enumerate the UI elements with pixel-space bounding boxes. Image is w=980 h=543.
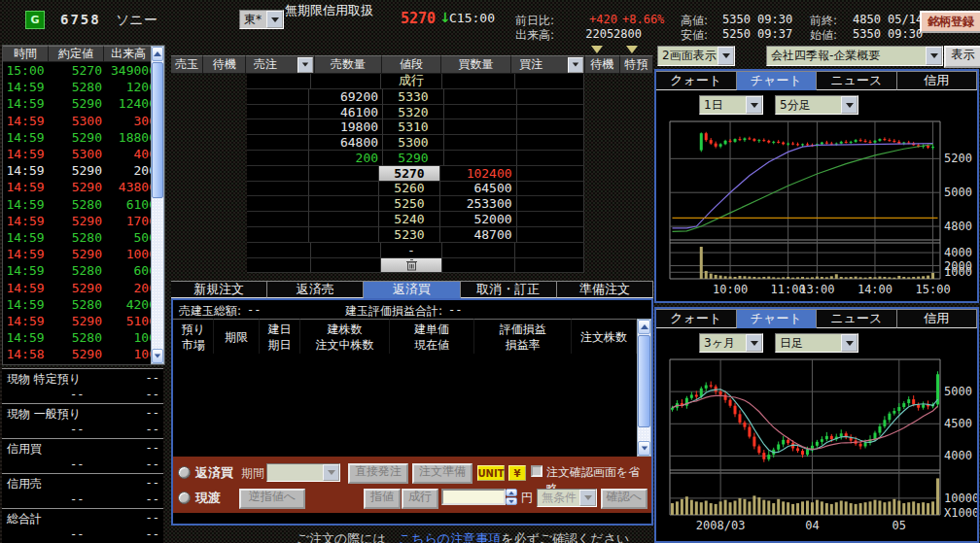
position-scrollbar[interactable] <box>637 319 651 457</box>
board-price-cell[interactable]: 5300 <box>383 135 444 151</box>
caution-link[interactable]: こちらの注意事項 <box>399 531 501 543</box>
board-cell[interactable] <box>517 212 585 227</box>
board-buy-qty[interactable]: 48700 <box>440 227 517 243</box>
board-cell[interactable] <box>311 243 381 258</box>
board-sell-qty[interactable]: 200 <box>309 151 383 166</box>
chart-tab-クォート[interactable]: クォート <box>656 71 737 90</box>
scroll-up-button[interactable] <box>152 47 163 61</box>
board-cell[interactable] <box>517 196 585 212</box>
board-cell[interactable] <box>309 227 379 243</box>
chevron-down-icon[interactable] <box>266 11 283 28</box>
order-tab-新規注文[interactable]: 新規注文 <box>171 281 267 298</box>
chart-tab-信用[interactable]: 信用 <box>897 309 978 328</box>
board-price-cell[interactable]: 5330 <box>383 89 444 105</box>
board-cell[interactable] <box>247 227 310 243</box>
board-cell[interactable] <box>517 182 585 197</box>
board-cell[interactable] <box>517 135 585 151</box>
order-tab-準備注文[interactable]: 準備注文 <box>557 281 653 298</box>
chart-tab-ニュース[interactable]: ニュース <box>817 309 897 328</box>
board-sell-qty[interactable]: 64800 <box>309 135 383 151</box>
board-cell[interactable] <box>247 258 310 274</box>
chart-tab-チャート[interactable]: チャート <box>737 309 818 328</box>
board-price-cell[interactable]: 5310 <box>383 119 444 135</box>
screen-mode-select[interactable]: 2画面表示 <box>657 46 735 66</box>
board-cell[interactable] <box>442 258 515 274</box>
condition-select[interactable]: 無条件 <box>537 489 597 507</box>
chevron-down-icon[interactable] <box>841 96 858 114</box>
board-cell[interactable] <box>247 212 310 227</box>
board-price-cell[interactable]: 5320 <box>383 105 444 120</box>
direct-order-button[interactable]: 直接発注 <box>348 463 408 484</box>
board-cell[interactable] <box>311 74 381 89</box>
price-input[interactable] <box>441 489 506 505</box>
chart-tab-信用[interactable]: 信用 <box>897 71 978 90</box>
chevron-down-icon[interactable] <box>746 96 762 114</box>
board-cell[interactable] <box>309 212 379 227</box>
board-buy-qty[interactable]: 64500 <box>440 182 517 197</box>
chevron-down-icon[interactable] <box>926 47 942 65</box>
scroll-down-button[interactable] <box>638 441 650 456</box>
order-prepare-button[interactable]: 注文準備 <box>412 463 472 484</box>
chart-tab-ニュース[interactable]: ニュース <box>817 71 897 90</box>
confirm-button[interactable]: 確認へ <box>601 489 648 509</box>
board-cell[interactable] <box>247 89 310 105</box>
chart-period-select[interactable]: 1日 <box>699 95 763 115</box>
board-price-cell[interactable]: 5250 <box>379 196 440 212</box>
board-cell[interactable] <box>517 227 585 243</box>
board-cell[interactable] <box>247 119 310 135</box>
up-arrow-icon[interactable] <box>506 489 517 496</box>
scroll-up-button[interactable] <box>638 320 650 334</box>
skip-confirm-checkbox[interactable] <box>531 465 542 477</box>
chevron-down-icon[interactable] <box>568 57 583 73</box>
chevron-down-icon[interactable] <box>298 57 313 73</box>
board-cell[interactable] <box>247 166 310 182</box>
order-tab-返済買[interactable]: 返済買 <box>364 281 460 298</box>
board-cell[interactable] <box>515 74 583 89</box>
unit-button[interactable]: UNIT <box>477 465 505 481</box>
board-cell[interactable] <box>247 105 310 120</box>
board-price-cell[interactable]: 5240 <box>379 212 440 227</box>
board-cell[interactable] <box>517 119 585 135</box>
trash-icon[interactable] <box>381 258 442 274</box>
scroll-down-button[interactable] <box>152 349 163 363</box>
board-cell[interactable] <box>442 74 515 89</box>
board-cell[interactable] <box>444 135 517 151</box>
exchange-select[interactable]: 東* <box>239 10 284 29</box>
board-cell[interactable] <box>444 119 517 135</box>
board-price-cell[interactable]: 5290 <box>383 151 444 166</box>
board-cell[interactable] <box>515 243 583 258</box>
repay-buy-radio[interactable] <box>178 466 191 479</box>
board-cell[interactable] <box>444 151 517 166</box>
show-button[interactable]: 表示 <box>944 46 980 68</box>
chart-interval-select[interactable]: 日足 <box>775 333 858 353</box>
board-cell[interactable] <box>247 196 310 212</box>
board-cell[interactable] <box>247 151 310 166</box>
board-cell[interactable] <box>247 74 310 89</box>
board-cell[interactable] <box>444 105 517 120</box>
scroll-thumb[interactable] <box>152 62 163 198</box>
price-stepper[interactable] <box>506 489 517 505</box>
stop-order-button[interactable]: 逆指値へ <box>239 489 305 509</box>
board-cell[interactable] <box>309 196 379 212</box>
market-button[interactable]: 成行 <box>402 489 438 509</box>
board-cell[interactable] <box>442 243 515 258</box>
chevron-down-icon[interactable] <box>323 464 339 481</box>
chevron-down-icon[interactable] <box>841 334 858 352</box>
chart-period-select[interactable]: 3ヶ月 <box>699 333 763 353</box>
board-cell[interactable] <box>517 151 585 166</box>
chevron-down-icon[interactable] <box>579 490 596 506</box>
board-price-cell[interactable]: 成行 <box>381 74 442 89</box>
time-sales-scrollbar[interactable] <box>151 46 164 364</box>
board-price-cell[interactable]: 5270 <box>379 166 440 182</box>
board-cell[interactable] <box>247 182 310 197</box>
chart-interval-select[interactable]: 5分足 <box>775 95 858 115</box>
order-tab-返済売[interactable]: 返済売 <box>267 281 364 298</box>
board-cell[interactable] <box>517 89 585 105</box>
board-price-cell[interactable]: 5260 <box>379 182 440 197</box>
board-cell[interactable] <box>247 243 310 258</box>
board-cell[interactable] <box>309 182 379 197</box>
board-cell[interactable] <box>247 135 310 151</box>
scroll-thumb[interactable] <box>638 335 650 427</box>
board-cell[interactable] <box>444 89 517 105</box>
board-buy-qty[interactable]: 253300 <box>440 196 517 212</box>
